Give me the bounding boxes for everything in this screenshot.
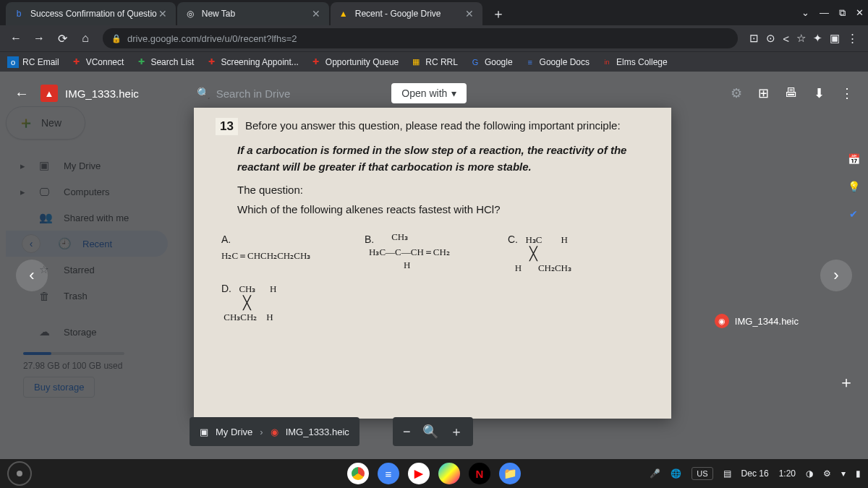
- app-chrome[interactable]: [347, 463, 369, 484]
- app-files[interactable]: 📁: [499, 463, 521, 484]
- window-controls: ⌄ — ⧉ ✕: [801, 0, 864, 25]
- bookmark-search-list[interactable]: ✚Search List: [135, 56, 194, 68]
- zoom-reset-button[interactable]: 🔍: [422, 424, 438, 440]
- home-button[interactable]: ⌂: [75, 28, 95, 48]
- tab-title: New Tab: [202, 9, 310, 19]
- back-arrow-icon[interactable]: ←: [14, 85, 29, 102]
- browser-tabstrip: b Success Confirmation of Questio ✕ ◎ Ne…: [0, 0, 868, 25]
- choice-a: A. H₂C＝CHCH₂CH₂CH₃: [216, 229, 359, 278]
- address-bar: ← → ⟳ ⌂ 🔒 drive.google.com/drive/u/0/rec…: [0, 25, 868, 51]
- open-with-button[interactable]: Open with▾: [391, 83, 467, 103]
- bookmark-google[interactable]: GGoogle: [469, 56, 513, 68]
- app-play[interactable]: [438, 463, 460, 484]
- url-text: drive.google.com/drive/u/0/recent?lfhs=2: [127, 33, 297, 44]
- status-tray[interactable]: 🎤 🌐 US ▤ Dec 16 1:20 ◑ ⚙ ▾ ▮: [650, 467, 861, 480]
- choice-d: D. CH₃ H ╳ CH₃CH₂ H: [216, 278, 359, 328]
- tasks-icon[interactable]: ✔: [846, 207, 861, 221]
- next-file-chip[interactable]: ◉ IMG_1344.heic: [715, 314, 799, 328]
- chevron-down-icon: ▾: [451, 87, 456, 99]
- app-docs[interactable]: ≡: [378, 463, 399, 484]
- reload-button[interactable]: ⟳: [52, 28, 72, 48]
- add-shortcut-button[interactable]: ＋: [835, 371, 858, 394]
- tab[interactable]: ◎ New Tab ✕: [177, 2, 329, 25]
- preview-toolbar: ← ▲ IMG_1333.heic 🔍 Search in Drive Open…: [0, 72, 868, 115]
- shelf-apps: ≡ ▶ N 📁: [347, 463, 521, 484]
- print-icon[interactable]: 🖶: [785, 85, 798, 101]
- tab-title: Success Confirmation of Questio: [30, 9, 157, 19]
- content-area: ＋ New ▸▣My Drive ▸🖵Computers 👥Shared wit…: [0, 72, 868, 459]
- app-netflix[interactable]: N: [469, 463, 490, 484]
- bookmarks-bar: oRC Email ✚VConnect ✚Search List ✚Screen…: [0, 51, 868, 72]
- bookmark-google-docs[interactable]: ≡Google Docs: [524, 56, 590, 68]
- url-input[interactable]: 🔒 drive.google.com/drive/u/0/recent?lfhs…: [103, 28, 738, 48]
- preview-filename: IMG_1333.heic: [65, 87, 139, 100]
- bookmark-icon[interactable]: ☆: [796, 32, 806, 45]
- bookmark-screening[interactable]: ✚Screening Appoint...: [205, 56, 298, 68]
- mic-icon[interactable]: 🎤: [650, 468, 660, 479]
- tab-active[interactable]: ▲ Recent - Google Drive ✕: [331, 2, 482, 25]
- zoom-controls: − 🔍 ＋: [393, 417, 473, 446]
- back-button[interactable]: ←: [6, 28, 26, 48]
- tab-title: Recent - Google Drive: [355, 9, 464, 19]
- choice-b: B. CH₃ H₃C―C―CH＝CH₂ H: [359, 229, 502, 278]
- close-window-icon[interactable]: ✕: [856, 7, 864, 18]
- minimize-icon[interactable]: —: [820, 7, 829, 18]
- next-image-button[interactable]: ›: [820, 260, 852, 291]
- forward-button[interactable]: →: [29, 28, 49, 48]
- close-icon[interactable]: ✕: [464, 8, 475, 20]
- share-icon[interactable]: <: [783, 33, 789, 45]
- drive-icon: ▣: [200, 427, 208, 437]
- question-heading: The question:: [237, 182, 650, 199]
- bookmark-opportunity[interactable]: ✚Opportunity Queue: [310, 56, 399, 68]
- keep-icon[interactable]: 💡: [846, 179, 861, 194]
- notifications-icon[interactable]: ▤: [723, 468, 731, 479]
- bookmark-elms[interactable]: inElms College: [601, 56, 668, 68]
- question-principle: If a carbocation is formed in the slow s…: [237, 142, 650, 175]
- app-youtube[interactable]: ▶: [408, 463, 430, 484]
- drive-icon: ▲: [338, 8, 349, 20]
- maximize-icon[interactable]: ⧉: [839, 7, 846, 19]
- close-icon[interactable]: ✕: [310, 8, 322, 20]
- answer-choices: A. H₂C＝CHCH₂CH₂CH₃ B. CH₃ H₃C―C―CH＝CH₂ H…: [216, 229, 650, 328]
- tab-favicon: b: [13, 8, 25, 20]
- filter-icon[interactable]: ⚙: [731, 85, 742, 101]
- chromeos-shelf: ≡ ▶ N 📁 🎤 🌐 US ▤ Dec 16 1:20 ◑ ⚙ ▾ ▮: [0, 459, 868, 488]
- prev-image-button[interactable]: ‹: [16, 260, 48, 291]
- wifi-icon[interactable]: ▾: [841, 468, 846, 479]
- zoom-icon[interactable]: ⊙: [766, 32, 775, 45]
- nightlight-icon[interactable]: ◑: [806, 468, 813, 479]
- globe-icon[interactable]: 🌐: [671, 468, 681, 479]
- shelf-time: 1:20: [779, 468, 796, 479]
- ime-indicator[interactable]: US: [692, 467, 712, 480]
- collapse-icon[interactable]: ⌄: [801, 7, 809, 18]
- close-icon[interactable]: ✕: [157, 8, 169, 20]
- bookmark-rc-email[interactable]: oRC Email: [7, 56, 59, 68]
- calendar-icon[interactable]: 📅: [846, 152, 861, 166]
- image-icon: ◉: [271, 427, 278, 437]
- bookmark-rc-rrl[interactable]: ▦RC RRL: [410, 56, 458, 68]
- bookmark-vconnect[interactable]: ✚VConnect: [71, 56, 124, 68]
- search-icon: 🔍: [197, 87, 210, 100]
- panel-icon[interactable]: ▣: [830, 32, 840, 45]
- question-number: 13: [216, 118, 238, 135]
- choice-c: C. H₃C H ╳ H CH₂CH₃: [502, 229, 645, 278]
- question-prompt: Which of the following alkenes reacts fa…: [237, 202, 650, 218]
- lock-icon: 🔒: [111, 34, 122, 43]
- breadcrumb-pill[interactable]: ▣ My Drive › ◉ IMG_1333.heic: [190, 417, 359, 446]
- settings-icon[interactable]: ⚙: [823, 468, 831, 479]
- tab[interactable]: b Success Confirmation of Questio ✕: [6, 2, 176, 25]
- tab-favicon: ◎: [184, 8, 196, 20]
- launcher-button[interactable]: [7, 461, 32, 486]
- zoom-out-button[interactable]: −: [403, 424, 411, 440]
- shelf-date: Dec 16: [741, 468, 769, 479]
- new-tab-button[interactable]: ＋: [488, 4, 509, 24]
- battery-icon[interactable]: ▮: [856, 468, 861, 479]
- download-icon[interactable]: ⬇: [814, 85, 825, 101]
- zoom-in-button[interactable]: ＋: [450, 423, 463, 440]
- more-icon[interactable]: ⋮: [841, 85, 854, 101]
- menu-icon[interactable]: ⋮: [847, 32, 858, 45]
- comment-icon[interactable]: ⊞: [758, 85, 769, 101]
- install-icon[interactable]: ⊡: [749, 32, 759, 45]
- drive-search[interactable]: 🔍 Search in Drive: [197, 87, 291, 100]
- extensions-icon[interactable]: ✦: [813, 32, 822, 45]
